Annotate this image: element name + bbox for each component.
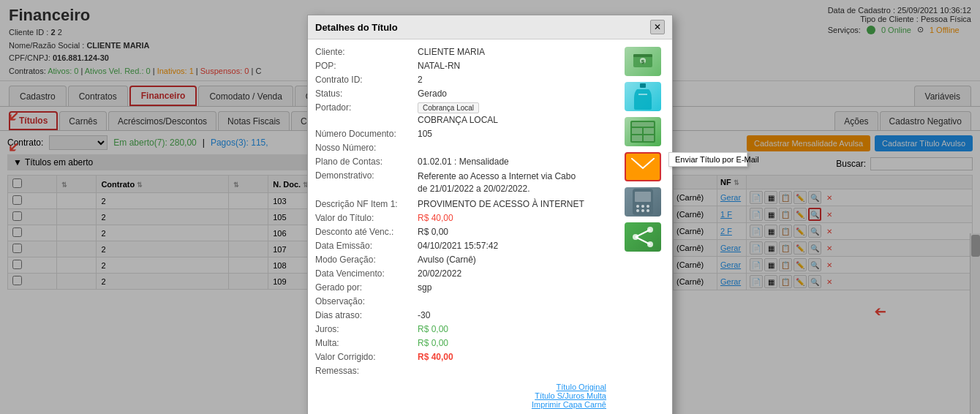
field-gerado-label: Gerado por: bbox=[315, 282, 418, 293]
field-multa-label: Multa: bbox=[315, 338, 418, 348]
field-dias-label: Dias atraso: bbox=[315, 310, 418, 320]
modal-title: Detalhes do Título bbox=[315, 22, 398, 33]
modal-footer: Título Original Título S/Juros Multa Imp… bbox=[315, 380, 614, 414]
field-cliente-value: CLIENTE MARIA bbox=[418, 47, 485, 57]
svg-point-19 bbox=[641, 209, 644, 212]
bottle-svg bbox=[634, 83, 652, 110]
share-icon[interactable] bbox=[625, 222, 661, 252]
field-valor-label: Valor do Título: bbox=[315, 213, 418, 223]
field-status-label: Status: bbox=[315, 89, 418, 99]
field-remessas-label: Remessas: bbox=[315, 366, 418, 376]
table-icon[interactable] bbox=[625, 117, 661, 146]
bottle-icon[interactable] bbox=[625, 82, 661, 111]
field-modo-label: Modo Geração: bbox=[315, 255, 418, 265]
field-cliente-label: Cliente: bbox=[315, 47, 418, 57]
field-demonstrativo-label: Demonstrativo: bbox=[315, 170, 418, 181]
field-juros-value: R$ 0,00 bbox=[418, 324, 448, 334]
field-juros-label: Juros: bbox=[315, 324, 418, 334]
field-valor-value: R$ 40,00 bbox=[418, 213, 453, 223]
field-emissao-label: Data Emissão: bbox=[315, 241, 418, 251]
share-svg bbox=[631, 225, 655, 249]
money-icon[interactable]: $ bbox=[625, 47, 661, 76]
modal-detalhes: Detalhes do Título ✕ Cliente: CLIENTE MA… bbox=[307, 15, 673, 414]
svg-point-16 bbox=[641, 205, 644, 208]
field-emissao-value: 04/10/2021 15:57:42 bbox=[418, 241, 498, 251]
svg-point-17 bbox=[647, 205, 649, 208]
svg-point-20 bbox=[647, 209, 649, 212]
field-vencimento-value: 20/02/2022 bbox=[418, 268, 461, 279]
svg-rect-7 bbox=[632, 122, 654, 127]
svg-rect-14 bbox=[635, 192, 651, 202]
field-demonstrativo-value: Referente ao Acesso a Internet via Cabo … bbox=[418, 170, 578, 195]
field-pop-value: NATAL-RN bbox=[418, 61, 460, 71]
main-container: Financeiro Cliente ID : 2 2 Nome/Razão S… bbox=[0, 0, 980, 414]
field-desconto-value: R$ 0,00 bbox=[418, 227, 448, 237]
field-plano-label: Plano de Contas: bbox=[315, 157, 418, 167]
cobranca-badge: Cobrança Local bbox=[418, 102, 479, 113]
phone-svg bbox=[633, 189, 653, 215]
svg-rect-11 bbox=[644, 135, 654, 141]
modal-left: Cliente: CLIENTE MARIA POP: NATAL-RN Con… bbox=[315, 47, 614, 414]
field-valor-corrigido-label: Valor Corrigido: bbox=[315, 352, 418, 362]
field-num-doc-value: 105 bbox=[418, 129, 432, 139]
field-plano-value: 01.02.01 : Mensalidade bbox=[418, 157, 509, 167]
svg-rect-9 bbox=[644, 128, 654, 134]
svg-rect-1 bbox=[633, 54, 652, 57]
link-imprimir-capa[interactable]: Imprimir Capa Carnê bbox=[323, 400, 606, 409]
field-num-doc-label: Número Documento: bbox=[315, 129, 418, 139]
field-dias-value: -30 bbox=[418, 310, 430, 320]
email-svg bbox=[631, 158, 655, 176]
modal-header: Detalhes do Título ✕ bbox=[308, 15, 672, 39]
field-descricao-label: Descrição NF Item 1: bbox=[315, 199, 418, 209]
field-multa-value: R$ 0,00 bbox=[418, 338, 448, 348]
field-descricao-value: PROVIMENTO DE ACESSO À INTERNET bbox=[418, 199, 584, 209]
money-svg: $ bbox=[632, 51, 654, 72]
field-status-value: Gerado bbox=[418, 89, 447, 99]
portador-text: COBRANÇA LOCAL bbox=[418, 115, 498, 125]
modal-close-button[interactable]: ✕ bbox=[650, 20, 665, 34]
field-pop-label: POP: bbox=[315, 61, 418, 71]
field-gerado-value: sgp bbox=[418, 282, 431, 293]
table-svg bbox=[630, 121, 655, 143]
field-contrato-id-label: Contrato ID: bbox=[315, 75, 418, 85]
field-portador-value: Cobrança Local COBRANÇA LOCAL bbox=[418, 102, 498, 125]
field-portador-label: Portador: bbox=[315, 102, 418, 113]
svg-rect-4 bbox=[640, 83, 646, 88]
link-titulo-original[interactable]: Título Original bbox=[323, 383, 606, 391]
svg-rect-10 bbox=[632, 135, 642, 141]
field-observacao-label: Observação: bbox=[315, 296, 418, 306]
field-desconto-label: Desconto até Venc.: bbox=[315, 227, 418, 237]
link-titulo-sem-juros[interactable]: Título S/Juros Multa bbox=[323, 391, 606, 400]
svg-point-15 bbox=[636, 205, 639, 208]
svg-text:$: $ bbox=[641, 59, 645, 65]
email-tooltip: Enviar Título por E-Mail bbox=[668, 152, 747, 167]
modal-body: Cliente: CLIENTE MARIA POP: NATAL-RN Con… bbox=[308, 39, 672, 414]
field-nosso-num-label: Nosso Número: bbox=[315, 143, 418, 153]
phone-icon[interactable] bbox=[625, 187, 661, 217]
field-contrato-id-value: 2 bbox=[418, 75, 423, 85]
svg-line-24 bbox=[636, 230, 650, 237]
svg-rect-5 bbox=[638, 94, 647, 95]
svg-rect-8 bbox=[632, 128, 642, 134]
field-valor-corrigido-value: R$ 40,00 bbox=[418, 352, 453, 362]
svg-line-25 bbox=[636, 237, 650, 244]
svg-point-18 bbox=[636, 209, 639, 212]
field-modo-value: Avulso (Carnê) bbox=[418, 255, 476, 265]
email-icon[interactable]: Enviar Título por E-Mail bbox=[625, 152, 661, 181]
modal-icons: $ bbox=[621, 47, 665, 414]
field-vencimento-label: Data Vencimento: bbox=[315, 268, 418, 279]
